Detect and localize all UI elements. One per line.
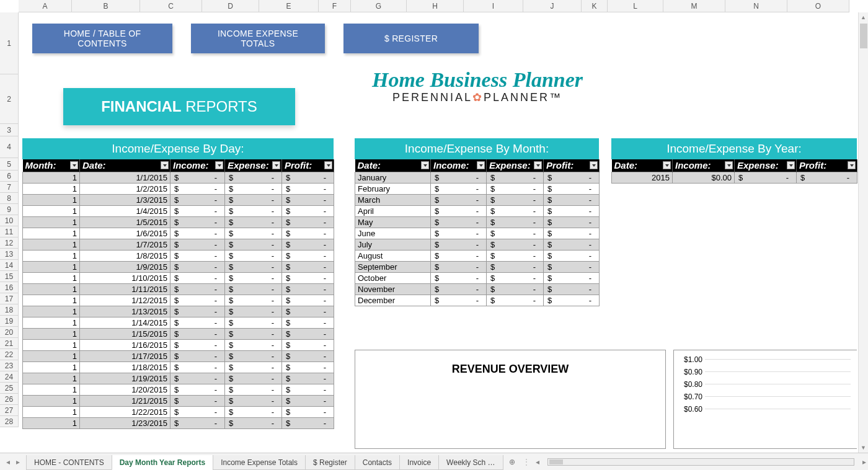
row-header-8[interactable]: 8 <box>0 193 19 204</box>
table-cell[interactable]: $- <box>282 283 334 295</box>
column-header-cell[interactable]: Expense: <box>735 159 797 172</box>
table-cell[interactable]: $- <box>170 417 225 428</box>
column-header-A[interactable]: A <box>19 0 72 12</box>
row-header-4[interactable]: 4 <box>0 136 19 158</box>
filter-dropdown-icon[interactable] <box>161 161 169 169</box>
table-cell[interactable]: May <box>355 216 431 228</box>
table-cell[interactable]: $- <box>225 295 282 306</box>
table-cell[interactable]: 1 <box>23 216 80 228</box>
table-cell[interactable]: $- <box>735 172 797 183</box>
home-contents-button[interactable]: HOME / TABLE OF CONTENTS <box>32 24 172 53</box>
table-cell[interactable]: 1 <box>23 350 80 361</box>
column-header-cell[interactable]: Profit: <box>282 159 334 172</box>
table-cell[interactable]: $- <box>225 417 282 428</box>
table-cell[interactable]: $- <box>487 283 544 295</box>
filter-dropdown-icon[interactable] <box>70 161 78 169</box>
table-cell[interactable]: $- <box>170 216 225 228</box>
table-cell[interactable]: $- <box>225 339 282 350</box>
table-cell[interactable]: $- <box>282 183 334 194</box>
table-cell[interactable]: $- <box>487 228 544 239</box>
row-header-24[interactable]: 24 <box>0 371 19 383</box>
table-cell[interactable]: $- <box>282 350 334 361</box>
table-cell[interactable]: 1 <box>23 283 80 295</box>
column-header-B[interactable]: B <box>72 0 140 12</box>
table-cell[interactable]: $- <box>170 172 225 183</box>
table-cell[interactable]: $- <box>487 172 544 183</box>
chart-revenue-overview[interactable]: REVENUE OVERVIEW <box>355 350 666 449</box>
table-cell[interactable]: $- <box>225 172 282 183</box>
column-header-cell[interactable]: Date: <box>355 159 431 172</box>
table-cell[interactable]: 1 <box>23 306 80 317</box>
table-cell[interactable]: 1/16/2015 <box>80 339 170 350</box>
table-cell[interactable]: $- <box>225 261 282 272</box>
hscroll-thumb[interactable] <box>549 459 563 464</box>
table-cell[interactable]: $- <box>170 306 225 317</box>
table-cell[interactable]: $- <box>170 228 225 239</box>
table-cell[interactable]: $- <box>282 417 334 428</box>
column-header-cell[interactable]: Income: <box>170 159 225 172</box>
table-cell[interactable]: $- <box>544 295 600 306</box>
table-cell[interactable]: $- <box>170 373 225 384</box>
table-cell[interactable]: 1 <box>23 272 80 283</box>
sheet-tab[interactable]: $ Register <box>305 455 355 470</box>
horizontal-scrollbar[interactable] <box>547 458 854 466</box>
table-cell[interactable]: 1 <box>23 205 80 216</box>
table-cell[interactable]: 1/10/2015 <box>80 272 170 283</box>
row-header-14[interactable]: 14 <box>0 260 19 271</box>
table-cell[interactable]: September <box>355 261 431 272</box>
table-cell[interactable]: $- <box>170 328 225 339</box>
sheet-tab[interactable]: Invoice <box>399 455 439 470</box>
row-header-27[interactable]: 27 <box>0 405 19 416</box>
table-cell[interactable]: $- <box>282 250 334 261</box>
table-cell[interactable]: $- <box>282 205 334 216</box>
row-header-16[interactable]: 16 <box>0 282 19 293</box>
filter-dropdown-icon[interactable] <box>272 161 280 169</box>
table-cell[interactable]: October <box>355 272 431 283</box>
table-cell[interactable]: $- <box>170 194 225 205</box>
table-cell[interactable]: $- <box>487 205 544 216</box>
table-cell[interactable]: $- <box>225 205 282 216</box>
table-cell[interactable]: $- <box>282 328 334 339</box>
column-header-cell[interactable]: Income: <box>431 159 487 172</box>
table-cell[interactable]: $- <box>170 361 225 373</box>
row-header-18[interactable]: 18 <box>0 304 19 316</box>
table-cell[interactable]: 1/17/2015 <box>80 350 170 361</box>
financial-reports-button[interactable]: FINANCIAL REPORTS <box>63 88 295 125</box>
table-cell[interactable]: 1/23/2015 <box>80 417 170 428</box>
row-header-23[interactable]: 23 <box>0 360 19 371</box>
row-header-3[interactable]: 3 <box>0 124 19 136</box>
table-cell[interactable]: $- <box>170 406 225 417</box>
hscroll-right-icon[interactable]: ▸ <box>861 458 868 466</box>
hscroll-left-icon[interactable]: ◂ <box>534 458 541 466</box>
vertical-scrollbar[interactable]: ▲ ▼ <box>858 12 868 453</box>
table-cell[interactable]: $- <box>170 272 225 283</box>
table-cell[interactable]: 1/8/2015 <box>80 250 170 261</box>
table-cell[interactable]: $- <box>282 172 334 183</box>
column-header-cell[interactable]: Date: <box>80 159 170 172</box>
table-cell[interactable]: $- <box>282 406 334 417</box>
table-cell[interactable]: 1/9/2015 <box>80 261 170 272</box>
column-header-N[interactable]: N <box>725 0 787 12</box>
row-header-19[interactable]: 19 <box>0 316 19 327</box>
table-cell[interactable]: $- <box>431 172 487 183</box>
table-cell[interactable]: $- <box>170 339 225 350</box>
table-cell[interactable]: $- <box>431 250 487 261</box>
table-cell[interactable]: $- <box>544 205 600 216</box>
table-cell[interactable]: $- <box>225 361 282 373</box>
row-header-20[interactable]: 20 <box>0 327 19 338</box>
table-cell[interactable]: 1/14/2015 <box>80 317 170 328</box>
table-cell[interactable]: $- <box>544 216 600 228</box>
filter-dropdown-icon[interactable] <box>787 161 795 169</box>
sheet-tab[interactable]: Day Month Year Reports <box>112 455 213 470</box>
table-cell[interactable]: $- <box>225 373 282 384</box>
table-cell[interactable]: $- <box>170 239 225 250</box>
table-cell[interactable]: $- <box>544 250 600 261</box>
table-cell[interactable]: $- <box>282 228 334 239</box>
column-header-cell[interactable]: Expense: <box>487 159 544 172</box>
sheet-tab[interactable]: Income Expense Totals <box>213 455 306 470</box>
row-header-6[interactable]: 6 <box>0 171 19 182</box>
sheet-tab[interactable]: Weekly Sch … <box>438 455 503 470</box>
table-cell[interactable]: 1/19/2015 <box>80 373 170 384</box>
column-header-O[interactable]: O <box>787 0 849 12</box>
table-cell[interactable]: 1 <box>23 261 80 272</box>
